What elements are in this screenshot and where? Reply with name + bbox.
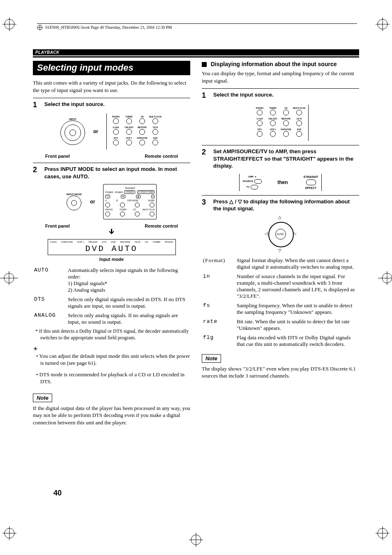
up-triangle-icon bbox=[229, 198, 233, 205]
input-mode-caption: Input mode bbox=[33, 257, 190, 262]
mode-definitions: AUTO Automatically selects input signals… bbox=[33, 266, 190, 328]
pagemaker-icon bbox=[37, 25, 43, 31]
tip-text: • DTS mode is recommended for playback o… bbox=[33, 371, 190, 385]
step-text: Set AMP/SOURCE/TV to AMP, then press STR… bbox=[213, 148, 359, 170]
page-number: 40 bbox=[53, 489, 62, 497]
crop-mark-icon bbox=[189, 533, 203, 547]
note-label: Note bbox=[33, 394, 52, 402]
step-number: 3 bbox=[202, 198, 213, 212]
note-label: Note bbox=[202, 354, 221, 363]
crop-mark-icon bbox=[378, 271, 392, 285]
display-panel-icon: V-AUXDVR/VCR2 VCR 1CBL/SAT DTVDVD MD/TAP… bbox=[48, 239, 176, 255]
remote-top-panel: TRANSMIT POWER POWER STANDBY SYSTEM POWE… bbox=[103, 184, 157, 219]
header-text: 01EN00_HTR5890U.book Page 40 Thursday, D… bbox=[46, 25, 172, 30]
crop-mark-icon bbox=[0, 271, 14, 285]
straight-effect-icon: STRAIGHT EFFECT bbox=[300, 174, 322, 191]
intro-text: This unit comes with a variety of input … bbox=[33, 79, 190, 94]
or-label: or bbox=[90, 199, 95, 205]
remote-source-grid: PHONO TUNER CD MULTI CH IN V-AUX CBL/SAT… bbox=[252, 105, 309, 141]
dpad-icon: ENTER bbox=[266, 216, 295, 253]
step-number: 2 bbox=[33, 166, 44, 180]
down-triangle-icon bbox=[238, 198, 242, 205]
section-bar: PLAYBACK bbox=[33, 49, 359, 55]
note-text: If the digital output data of the player… bbox=[33, 405, 190, 426]
step-text: Press / to display the following informa… bbox=[213, 198, 359, 212]
footnote: * If this unit detects a Dolby Digital o… bbox=[33, 328, 190, 341]
right-column: Displaying information about the input s… bbox=[202, 61, 359, 430]
step-number: 1 bbox=[202, 91, 213, 100]
step-number: 2 bbox=[202, 148, 213, 170]
amp-switch-icon: AMP● SOURCE TV bbox=[239, 174, 265, 191]
input-mode-button-icon bbox=[67, 196, 81, 210]
front-panel-caption: Front panel bbox=[45, 154, 70, 159]
tip-text: • You can adjust the default input mode … bbox=[33, 352, 190, 367]
intro-text: You can display the type, format and sam… bbox=[202, 70, 359, 84]
or-label: or bbox=[93, 129, 98, 134]
subheading: Displaying information about the input s… bbox=[202, 61, 359, 67]
front-panel-caption: Front panel bbox=[45, 223, 70, 228]
then-label: then bbox=[277, 180, 288, 185]
remote-caption: Remote control bbox=[145, 223, 178, 228]
tip-icon: ☀ bbox=[33, 345, 190, 352]
remote-caption: Remote control bbox=[145, 154, 178, 159]
crop-mark-icon bbox=[376, 526, 390, 540]
remote-source-grid: PHONO TUNER CD MULTI CH IN V-AUX CBL/SAT… bbox=[106, 113, 163, 150]
page-header: 01EN00_HTR5890U.book Page 40 Thursday, D… bbox=[37, 23, 357, 31]
left-column: Selecting input modes This unit comes wi… bbox=[33, 61, 190, 430]
step-text: Select the input source. bbox=[44, 101, 105, 109]
step-number: 1 bbox=[33, 101, 44, 109]
info-definitions: (Format)Signal format display. When the … bbox=[202, 256, 359, 350]
crop-mark-icon bbox=[376, 17, 390, 31]
note-text: The display shows "3/2/LFE" even when yo… bbox=[202, 365, 359, 380]
crop-mark-icon bbox=[2, 17, 16, 31]
down-arrow-icon: 🡫 bbox=[33, 228, 190, 236]
square-bullet-icon bbox=[202, 62, 207, 67]
step-text: Press INPUT MODE to select an input mode… bbox=[44, 166, 190, 180]
input-dial-icon bbox=[60, 120, 85, 145]
crop-mark-icon bbox=[2, 526, 16, 540]
page-title: Selecting input modes bbox=[33, 61, 190, 75]
step-text: Select the input source. bbox=[213, 91, 274, 100]
